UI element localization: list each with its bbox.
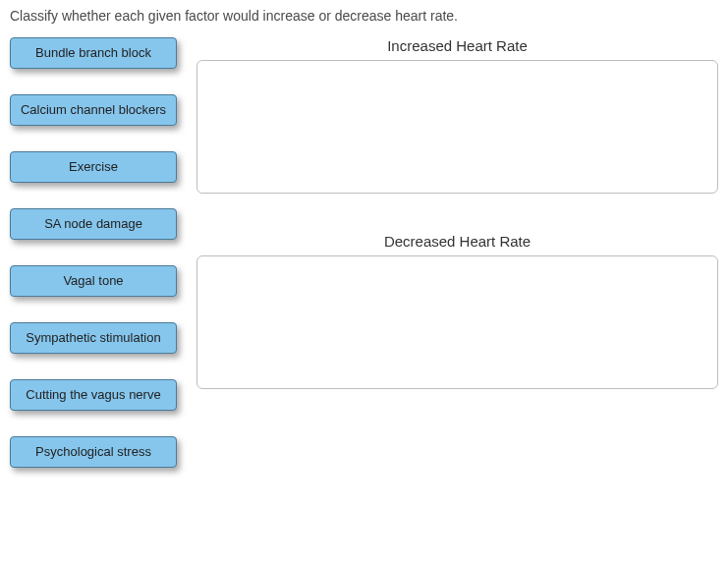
drop-column: Increased Heart Rate Decreased Heart Rat… — [196, 37, 718, 468]
increased-section: Increased Heart Rate — [196, 37, 718, 194]
factor-calcium-channel-blockers[interactable]: Calcium channel blockers — [10, 94, 177, 126]
factor-cutting-vagus-nerve[interactable]: Cutting the vagus nerve — [10, 379, 177, 411]
factor-bundle-branch-block[interactable]: Bundle branch block — [10, 37, 177, 69]
factor-vagal-tone[interactable]: Vagal tone — [10, 265, 177, 297]
factor-exercise[interactable]: Exercise — [10, 151, 177, 183]
factor-psychological-stress[interactable]: Psychological stress — [10, 436, 177, 468]
content-area: Bundle branch block Calcium channel bloc… — [10, 37, 718, 468]
decreased-drop-zone[interactable] — [196, 255, 718, 389]
factors-column: Bundle branch block Calcium channel bloc… — [10, 37, 177, 468]
factor-sympathetic-stimulation[interactable]: Sympathetic stimulation — [10, 322, 177, 354]
increased-drop-zone[interactable] — [196, 60, 718, 194]
factor-sa-node-damage[interactable]: SA node damage — [10, 208, 177, 240]
decreased-title: Decreased Heart Rate — [196, 233, 718, 250]
decreased-section: Decreased Heart Rate — [196, 233, 718, 389]
increased-title: Increased Heart Rate — [196, 37, 718, 54]
instruction-text: Classify whether each given factor would… — [10, 8, 718, 24]
